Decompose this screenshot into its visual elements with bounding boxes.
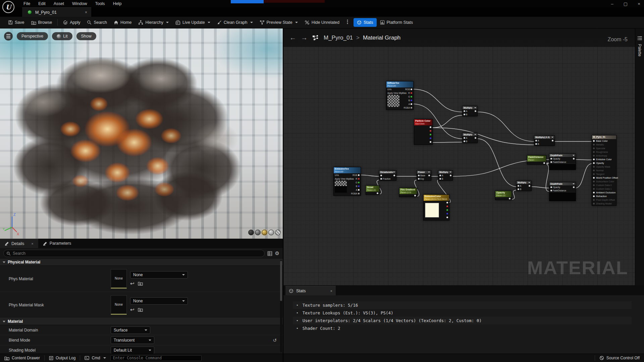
maximize-button[interactable]: ▢: [623, 1, 628, 6]
apply-button[interactable]: Apply: [60, 18, 84, 27]
input-pin[interactable]: [593, 147, 595, 149]
input-pin[interactable]: [593, 159, 595, 160]
output-pin[interactable]: [446, 213, 448, 215]
display-options-icon[interactable]: [267, 251, 272, 256]
menu-asset[interactable]: Asset: [50, 1, 68, 7]
input-pin[interactable]: [593, 199, 595, 201]
minimize-button[interactable]: –: [610, 1, 614, 6]
node-particle-color[interactable]: Particle ColorInput Data: [414, 119, 433, 145]
shape-plane-button[interactable]: [262, 230, 267, 235]
preview-state-button[interactable]: Preview State: [256, 18, 301, 27]
node-fade-distance[interactable]: FadeDistanceParam: [527, 155, 546, 165]
output-pin[interactable]: [475, 110, 476, 112]
menu-window[interactable]: Window: [68, 1, 91, 7]
material-domain-dropdown[interactable]: Surface: [111, 326, 150, 334]
output-log-button[interactable]: Output Log: [45, 354, 80, 362]
perspective-button[interactable]: Perspective: [17, 32, 48, 40]
input-pin[interactable]: [593, 166, 595, 168]
preview-viewport[interactable]: Perspective Lit Show Z Y X: [0, 28, 283, 239]
output-pin[interactable]: [411, 92, 412, 94]
hide-unrelated-button[interactable]: Hide Unrelated: [301, 18, 343, 27]
cmd-dropdown[interactable]: Cmd: [80, 354, 110, 362]
console-command-input[interactable]: [110, 355, 202, 361]
input-pin[interactable]: [550, 186, 552, 188]
section-header-physical-material[interactable]: Physical Material: [0, 259, 283, 266]
asset-dropdown[interactable]: None: [130, 271, 188, 279]
node-desat-param[interactable]: DesatParam (1): [366, 185, 380, 195]
input-pin[interactable]: [593, 177, 595, 179]
gear-icon[interactable]: ⚙: [275, 250, 279, 256]
output-pin[interactable]: [393, 175, 395, 176]
search-button[interactable]: Search: [84, 18, 110, 27]
output-pin[interactable]: [358, 174, 360, 176]
output-pin[interactable]: [475, 137, 476, 139]
node-multiply-4[interactable]: MultiplyAB: [516, 181, 532, 191]
node-multiply-5[interactable]: MultiplyAB: [438, 170, 453, 181]
output-pin[interactable]: [430, 130, 431, 132]
browse-to-asset-icon[interactable]: [138, 307, 143, 312]
section-header-material[interactable]: Material: [0, 318, 283, 325]
platform-stats-button[interactable]: Platform Stats: [377, 18, 417, 27]
tab-parameters[interactable]: Parameters: [38, 239, 76, 248]
output-pin[interactable]: [446, 205, 448, 207]
revert-icon[interactable]: ↺: [273, 338, 277, 343]
lit-mode-button[interactable]: Lit: [52, 32, 72, 40]
blend-mode-dropdown[interactable]: Translucent: [111, 337, 154, 344]
input-pin[interactable]: [380, 175, 382, 176]
input-pin[interactable]: [464, 110, 465, 112]
shape-cube-button[interactable]: [268, 230, 274, 235]
node-emissive-tex[interactable]: EmissiveTexParam2DUVsRGBApply View MipBi…: [333, 167, 361, 196]
input-pin[interactable]: [593, 144, 595, 145]
shape-cylinder-button[interactable]: [248, 230, 254, 235]
input-pin[interactable]: [593, 203, 595, 204]
home-button[interactable]: Home: [110, 18, 135, 27]
back-arrow-icon[interactable]: ←: [289, 34, 296, 42]
output-pin[interactable]: [529, 185, 530, 187]
use-selected-icon[interactable]: ↩: [130, 281, 135, 287]
stats-tab[interactable]: Stats ×: [285, 286, 336, 295]
breadcrumb-root[interactable]: M_Pyro_01: [324, 35, 353, 41]
output-pin[interactable]: [430, 134, 431, 135]
input-pin[interactable]: [550, 158, 552, 160]
source-control-button[interactable]: Source Control Off: [595, 354, 644, 362]
viewport-menu-button[interactable]: [4, 32, 13, 41]
menu-edit[interactable]: Edit: [34, 1, 50, 7]
output-pin[interactable]: [573, 186, 575, 188]
shading-model-dropdown[interactable]: Default Lit: [111, 347, 154, 354]
tab-m-pyro-01[interactable]: M_Pyro_01 ×: [22, 7, 91, 17]
panel-divider[interactable]: [283, 28, 283, 362]
tab-close-icon[interactable]: ×: [85, 10, 87, 15]
details-scrollbar[interactable]: [280, 260, 282, 352]
stats-close-icon[interactable]: ×: [330, 289, 332, 293]
input-pin[interactable]: [418, 178, 420, 180]
tab-details[interactable]: Details×: [0, 239, 38, 248]
output-pin[interactable]: [430, 126, 431, 128]
input-pin[interactable]: [418, 175, 420, 176]
shape-sphere-button[interactable]: [255, 230, 261, 235]
input-pin[interactable]: [593, 188, 595, 190]
output-pin[interactable]: [573, 158, 575, 160]
browse-to-asset-icon[interactable]: [138, 281, 143, 286]
tab-close-icon[interactable]: ×: [31, 242, 33, 246]
output-pin[interactable]: [411, 100, 412, 101]
input-pin[interactable]: [593, 173, 595, 175]
node-emissive-color[interactable]: EmissiveColorParam (4.0,3.73,0.744,0): [423, 194, 449, 221]
node-result[interactable]: M_Pyro_01Base ColorMetallicSpecularRough…: [592, 135, 616, 206]
output-pin[interactable]: [377, 192, 378, 194]
node-diffuse-tex[interactable]: DiffuseTexParam2DUVsRGBApply View MipBia…: [386, 81, 414, 110]
input-pin[interactable]: [380, 178, 382, 180]
color-swatch[interactable]: [425, 203, 439, 218]
content-drawer-button[interactable]: Content Drawer: [0, 354, 44, 362]
breadcrumb-current[interactable]: Material Graph: [363, 35, 400, 41]
node-desaturation[interactable]: DesaturationFraction: [379, 170, 396, 181]
save-button[interactable]: Save: [5, 18, 28, 27]
output-pin[interactable]: [358, 178, 360, 180]
stats-button[interactable]: Stats: [354, 18, 377, 27]
input-pin[interactable]: [593, 140, 595, 142]
show-button[interactable]: Show: [76, 32, 96, 40]
output-pin[interactable]: [509, 198, 511, 199]
palette-sidebar-tab[interactable]: Palette: [635, 28, 644, 285]
input-pin[interactable]: [439, 175, 441, 176]
input-pin[interactable]: [535, 143, 537, 145]
browse-button[interactable]: Browse: [28, 18, 56, 27]
